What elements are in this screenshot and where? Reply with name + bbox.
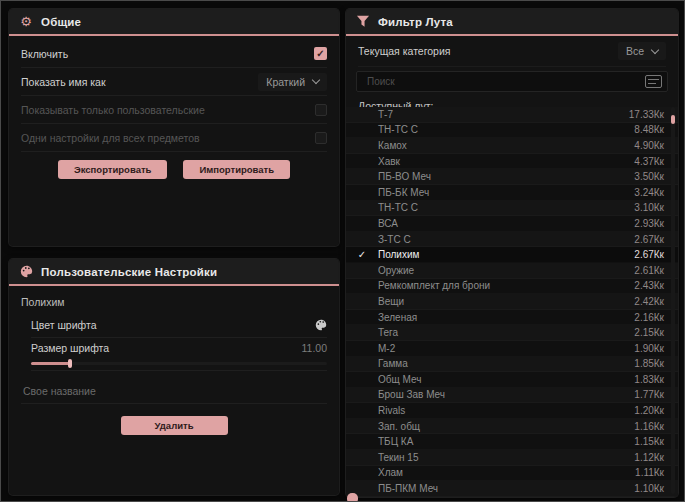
loot-item-row[interactable]: Зап. общ1.16Кк	[346, 419, 678, 435]
enable-label: Включить	[21, 48, 68, 60]
loot-item-row[interactable]: Гамма1.85Кк	[346, 357, 678, 373]
loot-item-row[interactable]: Хлам1.11Кк	[346, 466, 678, 482]
enable-checkbox[interactable]: ✓	[314, 47, 327, 60]
loot-item-value: 1.90Кк	[634, 343, 664, 354]
loot-panel-header: Фильтр Лута	[346, 9, 678, 36]
loot-item-value: 2.93Кк	[634, 218, 664, 229]
loot-panel-title: Фильтр Лута	[378, 16, 453, 28]
custom-panel-title: Пользовательские Настройки	[41, 266, 217, 278]
right-column: Фильтр Лута Текущая категория Все Доступ…	[346, 9, 678, 497]
loot-item-value: 1.15Кк	[634, 436, 664, 447]
same-settings-label: Одни настройки для всех предметов	[21, 132, 200, 144]
scrollbar-thumb[interactable]	[671, 115, 675, 124]
font-size-row: Размер шрифта 11.00	[31, 338, 327, 358]
chevron-down-icon	[312, 76, 320, 84]
font-color-row: Цвет шрифта	[31, 313, 327, 338]
font-size-slider[interactable]	[31, 358, 327, 371]
loot-filter-panel: Фильтр Лута Текущая категория Все Доступ…	[346, 9, 678, 497]
loot-item-value: 2.67Кк	[634, 249, 664, 260]
delete-button[interactable]: Удалить	[121, 416, 228, 435]
loot-item-name: ПБ-ПКМ Меч	[370, 483, 634, 494]
check-icon: ✓	[354, 249, 370, 260]
loot-item-value: 2.42Кк	[634, 296, 664, 307]
loot-item-row[interactable]: Ремкомплект для брони2.43Кк	[346, 279, 678, 295]
slider-track	[31, 362, 327, 365]
loot-item-row[interactable]: Вещи2.42Кк	[346, 294, 678, 310]
loot-item-row[interactable]: ✓Полихим2.67Кк	[346, 247, 678, 263]
scrollbar-track[interactable]	[671, 107, 675, 494]
only-custom-checkbox[interactable]	[315, 104, 327, 116]
display-name-value: Краткий	[266, 76, 305, 88]
loot-item-name: Вещи	[370, 296, 634, 307]
loot-item-name: Общ Меч	[370, 374, 634, 385]
loot-item-row[interactable]: ТН-ТС С8.48Кк	[346, 123, 678, 139]
font-color-label: Цвет шрифта	[31, 319, 97, 331]
loot-item-value: 4.37Кк	[634, 156, 664, 167]
loot-item-name: Rivals	[370, 405, 634, 416]
loot-item-row[interactable]: Т-717.33Кк	[346, 107, 678, 123]
slider-fill	[31, 362, 71, 365]
loot-item-name: Текин 15	[370, 452, 634, 463]
loot-item-value: 1.83Кк	[634, 374, 664, 385]
color-picker-icon[interactable]	[315, 319, 327, 331]
same-settings-checkbox[interactable]	[315, 132, 327, 144]
loot-item-value: 3.10Кк	[634, 202, 664, 213]
loot-item-row[interactable]: ПБ-ПКМ Меч1.10Кк	[346, 481, 678, 497]
loot-item-name: ТН-ТС С	[370, 124, 634, 135]
loot-item-row[interactable]: Зеленая2.16Кк	[346, 310, 678, 326]
delete-row: Удалить	[9, 416, 339, 435]
loot-item-row[interactable]: Текин 151.12Кк	[346, 450, 678, 466]
loot-item-name: З-ТС С	[370, 234, 634, 245]
selected-item-name: Полихим	[21, 296, 327, 308]
loot-item-row[interactable]: ВСА2.93Кк	[346, 216, 678, 232]
loot-item-value: 8.48Кк	[634, 124, 664, 135]
loot-item-name: Зап. общ	[370, 421, 634, 432]
display-name-row: Показать имя как Краткий	[21, 68, 327, 96]
font-size-value: 11.00	[302, 342, 328, 354]
loot-item-value: 1.10Кк	[634, 483, 664, 494]
loot-item-name: Тега	[370, 327, 634, 338]
only-custom-label: Показывать только пользовательские	[21, 104, 205, 116]
loot-item-name: Хавк	[370, 156, 634, 167]
display-name-label: Показать имя как	[21, 76, 106, 88]
loot-item-row[interactable]: Тега2.15Кк	[346, 325, 678, 341]
loot-item-row[interactable]: ТБЦ КА1.15Кк	[346, 434, 678, 450]
loot-item-row[interactable]: Брош Зав Меч1.77Кк	[346, 388, 678, 404]
loot-item-name: Брош Зав Меч	[370, 389, 634, 400]
search-options-icon[interactable]	[645, 75, 662, 88]
export-button[interactable]: Экспортировать	[58, 160, 167, 179]
category-dropdown[interactable]: Все	[618, 42, 666, 60]
loot-item-name: Т-7	[370, 109, 629, 120]
loot-item-value: 1.20Кк	[634, 405, 664, 416]
loot-item-row[interactable]: З-ТС С2.67Кк	[346, 232, 678, 248]
hidden-button-edge	[347, 493, 358, 502]
loot-item-value: 1.11Кк	[635, 467, 664, 478]
loot-item-row[interactable]: Оружие2.61Кк	[346, 263, 678, 279]
custom-settings-panel: Пользовательские Настройки Полихим Цвет …	[9, 259, 339, 495]
search-input[interactable]	[365, 75, 645, 88]
loot-item-value: 2.67Кк	[634, 234, 664, 245]
general-panel-title: Общие	[41, 16, 81, 28]
loot-item-name: М-2	[370, 343, 634, 354]
loot-item-row[interactable]: Rivals1.20Кк	[346, 403, 678, 419]
loot-item-value: 1.77Кк	[634, 389, 664, 400]
slider-thumb[interactable]	[68, 359, 72, 368]
loot-item-row[interactable]: Камох4.90Кк	[346, 138, 678, 154]
loot-item-row[interactable]: Общ Меч1.83Кк	[346, 372, 678, 388]
loot-item-name: ПБ-БК Меч	[370, 187, 634, 198]
custom-name-input[interactable]	[21, 384, 327, 398]
funnel-icon	[356, 15, 370, 29]
loot-item-row[interactable]: М-21.90Кк	[346, 341, 678, 357]
category-row: Текущая категория Все	[358, 36, 666, 67]
loot-item-value: 3.50Кк	[634, 171, 664, 182]
loot-item-row[interactable]: ТН-ТС С3.10Кк	[346, 201, 678, 217]
import-button[interactable]: Импортировать	[183, 160, 290, 179]
chevron-down-icon	[651, 45, 659, 53]
loot-item-value: 17.33Кк	[629, 109, 664, 120]
loot-item-name: Оружие	[370, 265, 634, 276]
loot-item-row[interactable]: Хавк4.37Кк	[346, 154, 678, 170]
loot-item-row[interactable]: ПБ-ВО Меч3.50Кк	[346, 169, 678, 185]
loot-item-value: 3.24Кк	[634, 187, 664, 198]
display-name-dropdown[interactable]: Краткий	[258, 73, 327, 91]
loot-item-row[interactable]: ПБ-БК Меч3.24Кк	[346, 185, 678, 201]
